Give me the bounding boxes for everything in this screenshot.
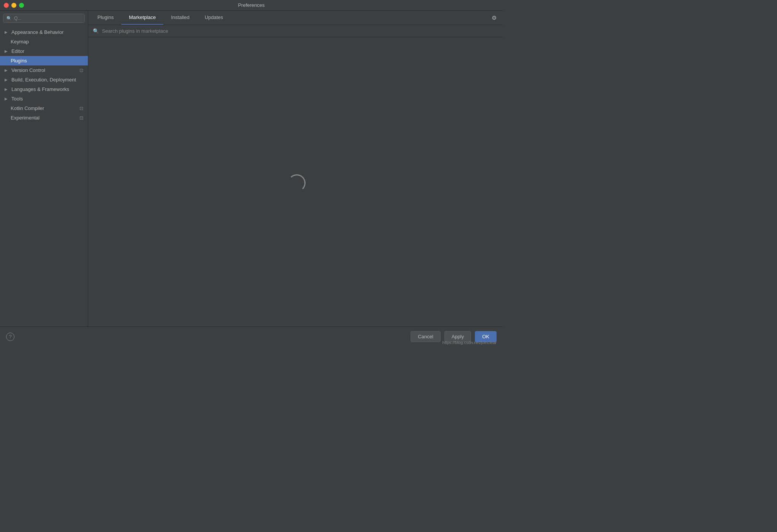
plugin-search-input[interactable] [102,28,498,34]
plugin-content-area [88,37,503,327]
tab-plugins[interactable]: Plugins [90,11,121,25]
sidebar-item-label: Plugins [11,58,27,64]
plugin-search-bar[interactable]: 🔍 [88,25,503,37]
tab-installed[interactable]: Installed [163,11,197,25]
sidebar-item-build-execution-deployment[interactable]: ▶ Build, Execution, Deployment [0,75,88,84]
bottom-bar: ? Cancel Apply OK https://blog.csdn.net/… [0,327,503,346]
settings-icon: ⊡ [80,106,83,111]
minimize-button[interactable] [11,3,16,8]
settings-icon: ⊡ [80,115,83,121]
content-area: Plugins Marketplace Installed Updates ⚙ … [88,11,503,327]
sidebar-item-languages-frameworks[interactable]: ▶ Languages & Frameworks [0,84,88,94]
sidebar-item-label: Kotlin Compiler [11,105,44,111]
sidebar-item-label: Version Control [11,67,45,73]
sidebar-item-label: Languages & Frameworks [11,86,69,92]
chevron-right-icon: ▶ [5,68,9,72]
sidebar-search-input[interactable] [14,16,81,21]
title-bar: Preferences [0,0,503,11]
tabs-bar: Plugins Marketplace Installed Updates ⚙ [88,11,503,25]
chevron-right-icon: ▶ [5,78,9,82]
sidebar-item-label: Build, Execution, Deployment [11,77,76,83]
search-icon: 🔍 [93,28,99,34]
sidebar-item-label: Editor [11,48,24,54]
sidebar-item-label: Keymap [11,39,29,45]
sidebar-search-icon: 🔍 [6,16,12,21]
window-controls [4,3,24,8]
chevron-right-icon: ▶ [5,30,9,34]
tab-updates[interactable]: Updates [197,11,231,25]
sidebar-item-appearance-behavior[interactable]: ▶ Appearance & Behavior [0,27,88,37]
sidebar: 🔍 ▶ Appearance & Behavior Keymap ▶ Edito… [0,11,88,327]
sidebar-item-label: Experimental [11,115,40,121]
sidebar-item-label: Appearance & Behavior [11,29,64,35]
main-container: 🔍 ▶ Appearance & Behavior Keymap ▶ Edito… [0,11,503,327]
tab-marketplace[interactable]: Marketplace [121,11,164,25]
window-title: Preferences [238,2,264,8]
sidebar-item-label: Tools [11,96,23,102]
sidebar-item-plugins[interactable]: Plugins [0,56,88,65]
sidebar-item-experimental[interactable]: Experimental ⊡ [0,113,88,123]
sidebar-items-list: ▶ Appearance & Behavior Keymap ▶ Editor … [0,26,88,327]
close-button[interactable] [4,3,9,8]
bottom-link: https://blog.csdn.net/joinclear [443,340,497,345]
sidebar-item-editor[interactable]: ▶ Editor [0,46,88,56]
chevron-right-icon: ▶ [5,97,9,101]
sidebar-item-kotlin-compiler[interactable]: Kotlin Compiler ⊡ [0,104,88,113]
sidebar-search-box[interactable]: 🔍 [3,14,85,23]
maximize-button[interactable] [19,3,24,8]
help-button[interactable]: ? [6,333,14,341]
loading-spinner [288,174,303,190]
chevron-right-icon: ▶ [5,49,9,53]
sidebar-item-keymap[interactable]: Keymap [0,37,88,46]
chevron-right-icon: ▶ [5,87,9,91]
settings-icon: ⊡ [80,68,83,73]
sidebar-item-version-control[interactable]: ▶ Version Control ⊡ [0,65,88,75]
gear-icon[interactable]: ⚙ [487,11,501,24]
sidebar-item-tools[interactable]: ▶ Tools [0,94,88,104]
cancel-button[interactable]: Cancel [411,331,440,342]
